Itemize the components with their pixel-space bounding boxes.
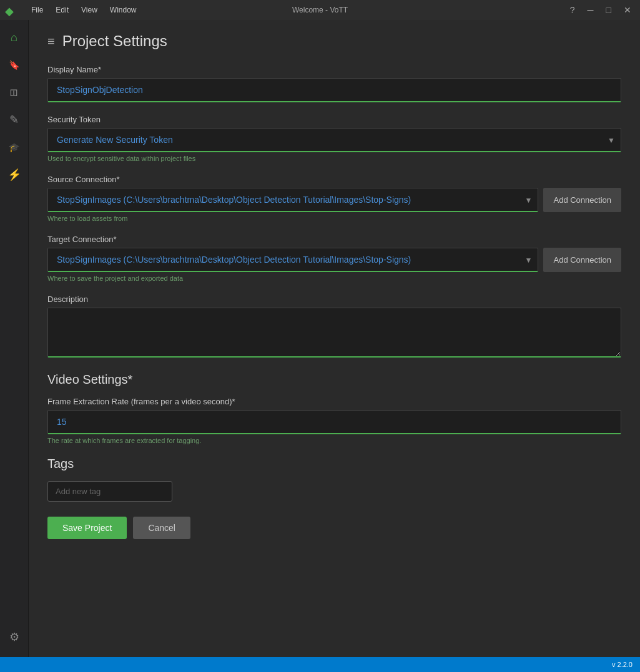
frame-rate-hint: The rate at which frames are extracted f… (47, 437, 621, 444)
settings-icon: ⚙ (9, 630, 19, 644)
status-bar: v 2.2.0 (0, 657, 640, 672)
sidebar-bottom: ⚙ (2, 625, 27, 652)
sidebar-item-sliders[interactable]: ⊟ (2, 80, 27, 105)
edit-icon: ✎ (9, 113, 19, 127)
app-logo: ◆ (5, 4, 16, 16)
menu-file[interactable]: File (26, 4, 48, 16)
display-name-group: Display Name* (47, 65, 621, 102)
target-connection-select-wrapper: StopSignImages (C:\Users\brachtma\Deskto… (47, 248, 538, 272)
title-bar: ◆ File Edit View Window Welcome - VoTT ?… (0, 0, 640, 20)
page-header-icon: ≡ (47, 34, 55, 49)
sliders-icon: ⊟ (8, 89, 20, 97)
target-connection-hint: Where to save the project and exported d… (47, 275, 621, 282)
frame-rate-label: Frame Extraction Rate (frames per a vide… (47, 397, 621, 406)
plugin-icon: ⚡ (7, 168, 21, 182)
target-connection-group: Target Connection* StopSignImages (C:\Us… (47, 235, 621, 282)
source-connection-select[interactable]: StopSignImages (C:\Users\brachtma\Deskto… (47, 188, 538, 212)
sidebar-item-bookmark[interactable]: 🔖 (2, 52, 27, 77)
target-connection-select[interactable]: StopSignImages (C:\Users\brachtma\Deskto… (47, 248, 538, 272)
security-token-group: Security Token Generate New Security Tok… (47, 115, 621, 162)
description-textarea[interactable] (47, 308, 621, 358)
cancel-button[interactable]: Cancel (133, 517, 190, 539)
sidebar-item-train[interactable]: 🎓 (2, 135, 27, 160)
window-title: Welcome - VoTT (292, 6, 348, 14)
menu-view[interactable]: View (76, 4, 102, 16)
display-name-input[interactable] (47, 78, 621, 102)
sidebar: ⌂ 🔖 ⊟ ✎ 🎓 ⚡ ⚙ (0, 20, 29, 657)
frame-rate-group: Frame Extraction Rate (frames per a vide… (47, 397, 621, 444)
page-header: ≡ Project Settings (47, 32, 621, 50)
button-row: Save Project Cancel (47, 517, 621, 539)
bookmark-icon: 🔖 (9, 60, 19, 70)
source-connection-row: StopSignImages (C:\Users\brachtma\Deskto… (47, 188, 621, 212)
sidebar-item-plugin[interactable]: ⚡ (2, 162, 27, 187)
save-project-button[interactable]: Save Project (47, 517, 127, 539)
video-settings-title: Video Settings* (47, 373, 621, 387)
source-connection-group: Source Connection* StopSignImages (C:\Us… (47, 175, 621, 222)
sidebar-item-settings[interactable]: ⚙ (2, 625, 27, 650)
graduation-icon: 🎓 (9, 142, 19, 152)
source-connection-select-wrapper: StopSignImages (C:\Users\brachtma\Deskto… (47, 188, 538, 212)
source-add-connection-button[interactable]: Add Connection (543, 188, 621, 212)
help-button[interactable]: ? (566, 4, 579, 16)
source-connection-label: Source Connection* (47, 175, 621, 184)
app-body: ⌂ 🔖 ⊟ ✎ 🎓 ⚡ ⚙ ≡ Project Settings (0, 20, 640, 657)
main-content: ≡ Project Settings Display Name* Securit… (29, 20, 640, 657)
tags-title: Tags (47, 457, 621, 471)
security-token-label: Security Token (47, 115, 621, 124)
home-icon: ⌂ (11, 31, 17, 44)
page-title: Project Settings (62, 32, 167, 50)
security-token-select-wrapper: Generate New Security Token ▼ (47, 128, 621, 152)
close-button[interactable]: ✕ (620, 4, 635, 16)
version-text: v 2.2.0 (612, 661, 633, 668)
display-name-label: Display Name* (47, 65, 621, 74)
minimize-button[interactable]: ─ (584, 4, 598, 16)
description-group: Description (47, 295, 621, 360)
maximize-button[interactable]: □ (603, 4, 615, 16)
description-label: Description (47, 295, 621, 304)
menu-bar: File Edit View Window (26, 4, 142, 16)
menu-window[interactable]: Window (105, 4, 142, 16)
tags-input[interactable] (47, 481, 172, 502)
sidebar-item-home[interactable]: ⌂ (2, 25, 27, 50)
window-controls: ? ─ □ ✕ (566, 4, 635, 16)
source-connection-hint: Where to load assets from (47, 215, 621, 222)
security-token-select[interactable]: Generate New Security Token (47, 128, 621, 152)
target-connection-row: StopSignImages (C:\Users\brachtma\Deskto… (47, 248, 621, 272)
target-connection-label: Target Connection* (47, 235, 621, 244)
menu-edit[interactable]: Edit (51, 4, 74, 16)
title-bar-left: ◆ File Edit View Window (5, 4, 142, 16)
sidebar-item-edit[interactable]: ✎ (2, 107, 27, 132)
security-token-hint: Used to encrypt sensitive data within pr… (47, 155, 621, 162)
target-add-connection-button[interactable]: Add Connection (543, 248, 621, 272)
frame-rate-input[interactable] (47, 410, 621, 434)
